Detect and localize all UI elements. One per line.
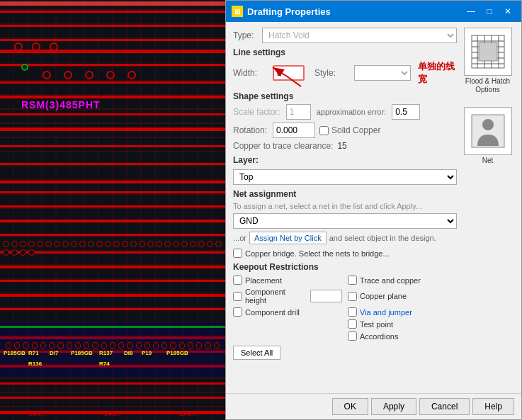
placement-checkbox[interactable] [233,276,242,285]
copper-clearance-value: 15 [337,141,346,151]
dialog-title: Drafting Properties [247,6,331,17]
keepout-copper-plane[interactable]: Copper plane [348,287,457,305]
solid-copper-checkbox-label[interactable]: Solid Copper [319,125,380,135]
net-hint: To assign a net, select a net in the lis… [233,202,457,210]
type-select[interactable]: Hatch Void [262,28,457,43]
net-panel: Net [464,107,512,164]
trace-copper-checkbox[interactable] [348,276,357,285]
keepout-placement[interactable]: Placement [233,275,342,285]
rotation-label: Rotation: [233,125,268,135]
via-jumper-checkbox[interactable] [348,307,357,317]
svg-point-13 [482,119,494,130]
flood-hatch-panel: Flood & Hatch Options [463,28,514,94]
net-select[interactable]: GND [233,213,457,229]
net-icon [470,113,506,149]
select-all-button[interactable]: Select All [233,346,280,360]
keepout-header: Keepout Restrictions [233,262,457,272]
scale-input[interactable] [286,104,311,120]
dialog-footer: OK Apply Cancel Help [226,393,521,419]
or-label: ...or [233,234,246,242]
shape-settings-header: Shape settings [233,91,457,101]
copper-clearance-label: Copper to trace clearance: [233,141,333,151]
keepout-trace-copper[interactable]: Trace and copper [348,275,457,285]
close-button[interactable]: ✕ [500,5,516,18]
maximize-button[interactable]: □ [482,5,497,18]
dialog-titlebar: ⊞ Drafting Properties — □ ✕ [226,1,521,22]
pcb-component-label: RSM(3)485PHT [21,99,101,110]
keepout-via-jumper[interactable]: Via and jumper [348,307,457,317]
type-label: Type: [233,30,258,40]
keepout-test-point[interactable]: Test point [348,319,457,329]
assign-net-by-click-button[interactable]: Assign Net by Click [249,232,327,244]
net-button[interactable] [464,107,512,155]
approx-input[interactable] [392,104,420,120]
keepout-empty-2 [233,331,342,341]
keepout-accordions[interactable]: Accordions [348,331,457,341]
drafting-properties-dialog: ⊞ Drafting Properties — □ ✕ Type: Hatch … [225,0,522,420]
keepout-empty-1 [233,319,342,329]
copper-plane-checkbox[interactable] [348,292,357,301]
line-settings-header: Line settings [233,47,457,57]
apply-button[interactable]: Apply [371,398,416,415]
flood-hatch-button[interactable] [464,28,512,76]
flood-hatch-label: Flood & Hatch Options [463,77,514,94]
keepout-component-height[interactable]: Component height [233,287,342,305]
layer-label: Layer: [233,155,457,165]
rotation-input[interactable] [273,123,315,138]
approx-label: approximation error: [317,108,386,116]
bridge-label: Copper bridge. Select the nets to bridge… [245,249,390,258]
pcb-background: RSM(3)485PHT P185GB R71 R136 DI7 P185GB … [0,0,225,420]
test-point-checkbox[interactable] [348,319,357,329]
style-select[interactable] [354,65,411,81]
svg-rect-11 [479,42,497,61]
assign-hint: and select object in the design. [329,234,436,242]
keepout-component-drill[interactable]: Component drill [233,307,342,317]
net-assignment-header: Net assignment [233,189,457,199]
component-height-checkbox[interactable] [233,292,242,301]
net-panel-label: Net [464,157,512,164]
cancel-button[interactable]: Cancel [419,398,470,415]
ok-button[interactable]: OK [332,398,368,415]
accordions-checkbox[interactable] [348,331,357,341]
style-label: Style: [314,68,350,78]
minimize-button[interactable]: — [463,5,479,18]
component-height-input[interactable] [310,290,342,302]
dialog-icon: ⊞ [232,6,243,17]
width-label: Width: [233,68,268,78]
scale-label: Scale factor: [233,107,280,117]
component-drill-checkbox[interactable] [233,307,242,317]
copper-bridge-checkbox[interactable] [233,249,242,258]
flood-hatch-icon [470,34,506,69]
help-button[interactable]: Help [472,398,514,415]
red-arrow-indicator [266,62,305,91]
annotation-text: 单独的线宽 [418,60,457,86]
solid-copper-checkbox[interactable] [319,126,329,135]
layer-select[interactable]: Top [233,169,457,185]
